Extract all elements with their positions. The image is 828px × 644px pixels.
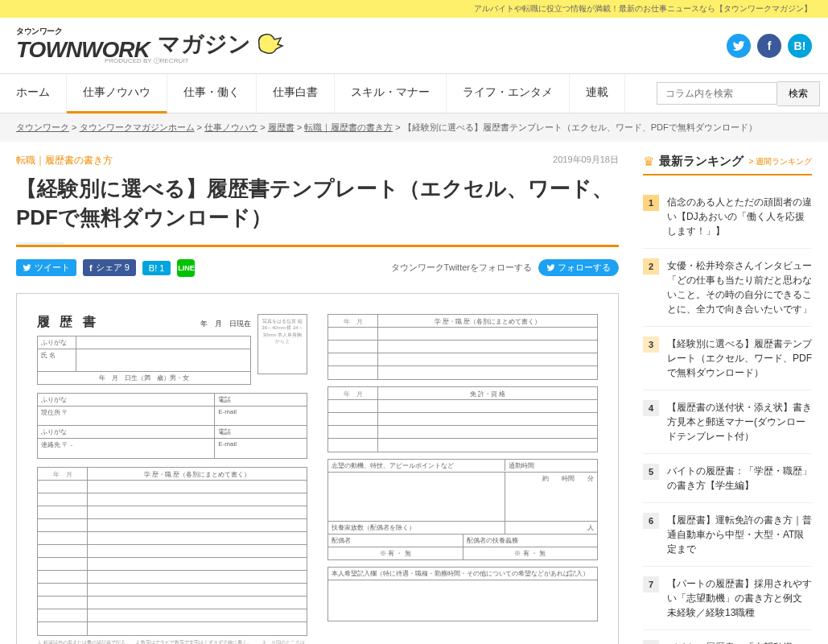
rank-item-4[interactable]: 4【履歴書の送付状・添え状】書き方見本と郵送マナー(ダウンロードテンプレート付） [643,390,812,454]
rank-item-6[interactable]: 6【履歴書】運転免許の書き方｜普通自動車から中型・大型・AT限定まで [643,503,812,567]
rank-item-8[interactable]: 8バイトの履歴書：「志望動機」の書き方例文【学生編】 [643,630,812,644]
rank-item-7[interactable]: 7【パートの履歴書】採用されやすい「志望動機」の書き方と例文 未経験／経験13職… [643,567,812,630]
nav-knowhow[interactable]: 仕事ノウハウ [67,74,167,114]
share-line-button[interactable]: LINE [177,259,195,277]
article-category[interactable]: 転職｜履歴書の書き方 [16,154,619,167]
ranking-title: 最新ランキング [659,154,744,169]
rank-item-2[interactable]: 2女優・松井玲奈さんインタビュー「どの仕事も当たり前だと思わないこと。その時の自… [643,249,812,327]
main-nav: ホーム 仕事ノウハウ 仕事・働く 仕事白書 スキル・マナー ライフ・エンタメ 連… [0,73,828,114]
rank-item-5[interactable]: 5バイトの履歴書：「学歴・職歴」の書き方【学生編】 [643,454,812,503]
twitter-icon[interactable] [727,34,751,58]
crown-icon: ♛ [643,154,654,169]
bc-knowhow[interactable]: 仕事ノウハウ [204,122,257,132]
search-button[interactable]: 検索 [777,81,820,106]
search-input[interactable] [657,82,777,105]
nav-home[interactable]: ホーム [0,74,67,113]
breadcrumb: タウンワーク > タウンワークマガジンホーム > 仕事ノウハウ > 履歴書 > … [0,114,828,142]
bc-resume-howto[interactable]: 転職｜履歴書の書き方 [304,122,393,132]
bc-resume[interactable]: 履歴書 [268,122,295,132]
share-hatena-button[interactable]: B! 1 [142,261,171,275]
nav-series[interactable]: 連載 [570,74,625,113]
bc-mag-home[interactable]: タウンワークマガジンホーム [80,122,195,132]
resume-photo-box: 写真をはる位置 縦 36～40mm 横 24～30mm 本人単身胸から上 [257,314,307,374]
topbar-text: アルバイトや転職に役立つ情報が満載！最新のお仕事ニュースなら【タウンワークマガジ… [474,4,828,13]
ranking-weekly-link[interactable]: > 週間ランキング [748,156,812,167]
article-date: 2019年09月18日 [553,154,619,166]
logo-magazine: マガジン [158,29,251,60]
bc-current: 【経験別に選べる】履歴書テンプレート（エクセル、ワード、PDFで無料ダウンロード… [403,122,757,132]
rank-item-3[interactable]: 3【経験別に選べる】履歴書テンプレート（エクセル、ワード、PDFで無料ダウンロー… [643,327,812,390]
twitter-follow-button[interactable]: フォローする [538,259,619,276]
logo-mascot-icon [255,28,287,60]
nav-skill[interactable]: スキル・マナー [335,74,447,113]
nav-whitepaper[interactable]: 仕事白書 [257,74,335,113]
share-twitter-button[interactable]: ツイート [16,259,76,276]
facebook-icon[interactable]: f [757,34,781,58]
nav-life[interactable]: ライフ・エンタメ [447,74,570,113]
hatena-icon[interactable]: B! [788,34,812,58]
resume-template-image: 履 歴 書年 月 日現在 ふりがな 氏 名 年 月 日生（満 歳）男・女 写真を… [16,293,619,644]
share-facebook-button[interactable]: f シェア 9 [83,259,136,276]
rank-item-1[interactable]: 1信念のある人とただの頑固者の違い【DJあおいの「働く人を応援します！」】 [643,185,812,249]
logo-top-line: タウンワーク [16,26,150,37]
article-title: 【経験別に選べる】履歴書テンプレート（エクセル、ワード、PDFで無料ダウンロード… [16,174,619,233]
follow-prompt: タウンワークTwitterをフォローする [391,262,532,274]
bc-root[interactable]: タウンワーク [16,122,69,132]
nav-work[interactable]: 仕事・働く [167,74,257,113]
title-divider [16,245,619,247]
